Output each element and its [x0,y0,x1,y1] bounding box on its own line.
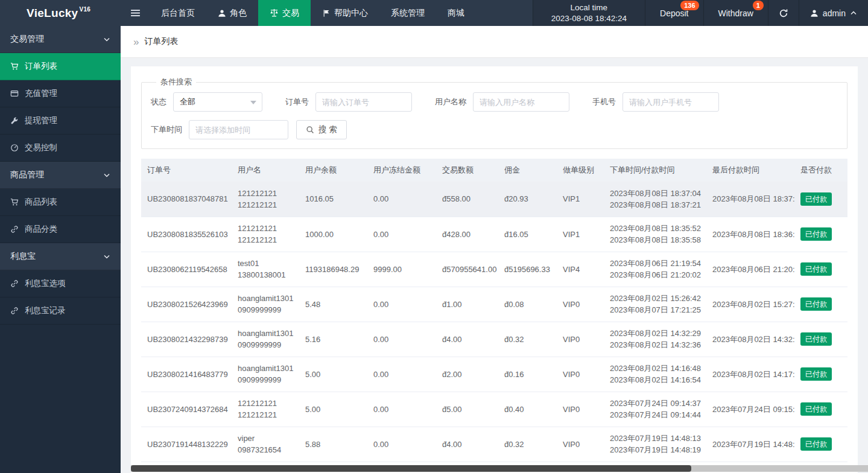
table-cell: VIP0 [557,287,604,322]
sidebar-item-充值管理[interactable]: 充值管理 [0,80,121,107]
gauge-icon [10,144,19,152]
username-label: 用户名称 [435,97,466,107]
table-cell: 5.00 [299,357,367,392]
caret-down-icon [250,101,256,104]
search-button[interactable]: 搜 索 [296,120,347,139]
table-header-cell: 最后付款时间 [706,159,794,182]
search-panel-legend: 条件搜索 [156,77,196,87]
table-cell: đ5195696.33 [498,252,557,287]
order-no-input[interactable] [315,92,412,112]
deposit-button[interactable]: Deposit 136 [645,0,703,26]
top-menu-item[interactable]: 交易 [258,0,311,26]
table-cell: đ558.00 [436,182,498,217]
sidebar-item-交易控制[interactable]: 交易控制 [0,135,121,162]
table-row[interactable]: UB23080818355261031212121211212121211000… [141,217,847,252]
table-cell: 已付款 [794,392,847,427]
top-menu-item[interactable]: 商城 [436,0,476,26]
table-cell: VIP0 [557,392,604,427]
table-row[interactable]: UB23080818370487811212121211212121211016… [141,182,847,217]
table-header-cell: 佣金 [498,159,557,182]
logo-text: VieLucky [27,7,78,20]
sidebar-item-订单列表[interactable]: 订单列表 [0,53,121,80]
table-cell: 2023年08月02日 15:26:422023年08月07日 17:21:25 [604,287,706,322]
user-icon [810,9,819,17]
table-cell: UB2308021416483779 [141,357,232,392]
sidebar-group-header[interactable]: 商品管理 [0,162,121,189]
top-menu-item[interactable]: 系统管理 [379,0,436,26]
sidebar-item-商品列表[interactable]: 商品列表 [0,189,121,216]
table-cell: 1193186948.29 [299,252,367,287]
admin-menu[interactable]: admin [799,0,868,26]
table-cell: UB2307240914372684 [141,392,232,427]
table-cell: hoanglamit13010909999999 [232,287,299,322]
table-cell: 5.00 [299,392,367,427]
table-cell: test0113800138001 [232,252,299,287]
table-cell: 1000.00 [299,217,367,252]
top-menu-item[interactable]: 后台首页 [150,0,206,26]
withdraw-button[interactable]: Withdraw 1 [703,0,768,26]
search-button-label: 搜 索 [318,124,337,135]
table-header-cell: 交易数额 [436,159,498,182]
cart-icon [10,198,19,206]
table-row[interactable]: UB2308021432298739hoanglamit130109099999… [141,322,847,357]
table-cell: 2023年08月02日 14:16:482023年08月02日 14:16:54 [604,357,706,392]
table-cell: 121212121121212121 [232,182,299,217]
table-header-cell: 是否付款 [794,159,847,182]
cart-icon [10,62,19,71]
top-menu-item-label: 交易 [282,8,299,19]
sidebar-item-label: 交易控制 [25,142,57,153]
table-header-cell: 用户冻结金额 [367,159,436,182]
top-menu-item-label: 商城 [448,8,464,19]
refresh-button[interactable] [768,0,799,26]
table-cell: 已付款 [794,427,847,462]
orders-table-wrap: 订单号用户名用户余额用户冻结金额交易数额佣金做单级别下单时间/付款时间最后付款时… [141,159,847,462]
table-header-cell: 用户余额 [299,159,367,182]
horizontal-scrollbar-thumb[interactable] [131,465,691,472]
status-select[interactable]: 全部 [173,92,262,112]
phone-input[interactable] [622,92,719,112]
sidebar-item-label: 商品列表 [25,197,57,208]
paid-status-badge: 已付款 [800,332,832,346]
table-header-cell: 订单号 [141,159,232,182]
sidebar-item-利息宝选项[interactable]: 利息宝选项 [0,270,121,297]
username-input[interactable] [473,92,569,112]
table-cell: 已付款 [794,217,847,252]
top-menu-item[interactable]: 角色 [206,0,258,26]
table-cell: 2023年08月02日 14:32:59 [706,322,794,357]
sidebar-item-利息宝记录[interactable]: 利息宝记录 [0,297,121,325]
sidebar-toggle-button[interactable] [121,0,150,26]
table-cell: đ5.00 [436,392,498,427]
table-cell: 2023年08月08日 18:35:522023年08月08日 18:35:58 [604,217,706,252]
chevron-down-icon [103,253,110,260]
top-menu-item-label: 系统管理 [391,8,425,19]
sidebar-item-提现管理[interactable]: 提现管理 [0,107,121,135]
sidebar-group-header[interactable]: 交易管理 [0,26,121,53]
table-row[interactable]: UB2308021526423969hoanglamit130109099999… [141,287,847,322]
table-cell: đ20.93 [498,182,557,217]
paid-status-badge: 已付款 [800,262,832,276]
user-icon [218,9,226,17]
table-cell: 2023年07月19日 14:48:132023年07月19日 14:48:19 [604,427,706,462]
flag-icon [322,9,331,17]
sidebar-item-商品分类[interactable]: 商品分类 [0,216,121,243]
table-row[interactable]: UB2308062119542658test011380013800111931… [141,252,847,287]
horizontal-scrollbar-track[interactable] [131,465,868,472]
topbar-right: Local time 2023-08-08 18:42:24 Deposit 1… [533,0,868,26]
search-icon [306,125,314,134]
table-cell: 5.16 [299,322,367,357]
table-cell: đ1.00 [436,287,498,322]
table-cell: 2023年08月02日 14:17:18 [706,357,794,392]
sidebar-item-label: 利息宝选项 [25,278,66,289]
table-cell: 已付款 [794,322,847,357]
order-time-input[interactable] [189,120,288,139]
top-menu-item[interactable]: 帮助中心 [311,0,379,26]
table-row[interactable]: UB2307191448132229viper09873216545.880.0… [141,427,847,462]
table-cell: 5.48 [299,287,367,322]
sidebar-group-header[interactable]: 利息宝 [0,243,121,270]
top-menu-item-label: 角色 [230,8,247,19]
link-icon [10,279,19,288]
table-row[interactable]: UB23072409143726841212121211212121215.00… [141,392,847,427]
table-cell: 9999.00 [367,252,436,287]
table-row[interactable]: UB2308021416483779hoanglamit130109099999… [141,357,847,392]
table-cell: VIP1 [557,182,604,217]
